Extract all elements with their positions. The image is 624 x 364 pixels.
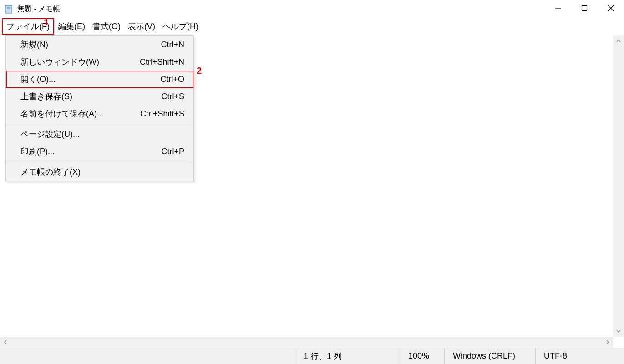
window-title: 無題 - メモ帳 (17, 5, 60, 14)
menu-item-shortcut: Ctrl+O (160, 75, 184, 84)
status-line-ending: Windows (CRLF) (444, 348, 535, 364)
menu-item-label: 開く(O)... (20, 74, 56, 85)
menu-item-exit[interactable]: メモ帳の終了(X) (6, 163, 193, 181)
menu-item-label: ページ設定(U)... (20, 129, 80, 140)
status-zoom: 100% (400, 348, 444, 364)
status-encoding: UTF-8 (535, 348, 624, 364)
menu-item-page-setup[interactable]: ページ設定(U)... (6, 126, 193, 143)
close-button[interactable] (598, 0, 624, 16)
horizontal-scrollbar[interactable] (0, 337, 613, 348)
svg-rect-4 (5, 5, 12, 6)
menu-item-open[interactable]: 開く(O)... Ctrl+O (6, 71, 193, 88)
menubar: ファイル(F) 編集(E) 書式(O) 表示(V) ヘルプ(H) (0, 18, 624, 35)
menu-item-shortcut: Ctrl+Shift+S (140, 109, 184, 119)
menu-item-shortcut: Ctrl+Shift+N (140, 57, 184, 67)
file-menu-dropdown: 新規(N) Ctrl+N 新しいウィンドウ(W) Ctrl+Shift+N 開く… (5, 35, 194, 181)
menu-item-shortcut: Ctrl+N (161, 40, 184, 50)
menu-item-new[interactable]: 新規(N) Ctrl+N (6, 36, 193, 53)
statusbar: 1 行、1 列 100% Windows (CRLF) UTF-8 (0, 348, 624, 364)
menu-item-label: 印刷(P)... (20, 146, 55, 157)
menu-separator (7, 162, 193, 162)
menu-item-label: 新規(N) (20, 39, 48, 50)
menu-help[interactable]: ヘルプ(H) (159, 19, 202, 34)
notepad-icon (5, 5, 14, 14)
scroll-left-icon[interactable] (0, 337, 11, 348)
menu-item-save[interactable]: 上書き保存(S) Ctrl+S (6, 88, 193, 105)
annotation-2: 2 (197, 66, 202, 76)
maximize-button[interactable] (571, 0, 598, 16)
scroll-right-icon[interactable] (602, 337, 613, 348)
scroll-up-icon[interactable] (613, 35, 624, 46)
menu-item-label: 新しいウィンドウ(W) (20, 56, 99, 67)
menu-view[interactable]: 表示(V) (124, 19, 159, 34)
menu-item-shortcut: Ctrl+P (161, 147, 184, 157)
vertical-scrollbar[interactable] (613, 35, 624, 337)
window-controls (545, 0, 624, 16)
status-cursor-position: 1 行、1 列 (295, 348, 400, 364)
annotation-1: 1 (44, 17, 49, 28)
menu-item-label: メモ帳の終了(X) (20, 167, 81, 177)
scroll-down-icon[interactable] (613, 326, 624, 337)
menu-edit[interactable]: 編集(E) (54, 19, 89, 34)
minimize-button[interactable] (545, 0, 571, 16)
menu-item-label: 名前を付けて保存(A)... (20, 108, 104, 119)
svg-rect-6 (582, 6, 587, 11)
menu-item-save-as[interactable]: 名前を付けて保存(A)... Ctrl+Shift+S (6, 105, 193, 122)
menu-separator (7, 124, 193, 124)
titlebar: 無題 - メモ帳 (0, 0, 624, 18)
menu-format[interactable]: 書式(O) (89, 19, 124, 34)
menu-item-new-window[interactable]: 新しいウィンドウ(W) Ctrl+Shift+N (6, 53, 193, 71)
menu-item-label: 上書き保存(S) (20, 91, 72, 102)
menu-item-print[interactable]: 印刷(P)... Ctrl+P (6, 143, 193, 160)
menu-item-shortcut: Ctrl+S (161, 92, 184, 101)
svg-rect-0 (5, 5, 12, 13)
